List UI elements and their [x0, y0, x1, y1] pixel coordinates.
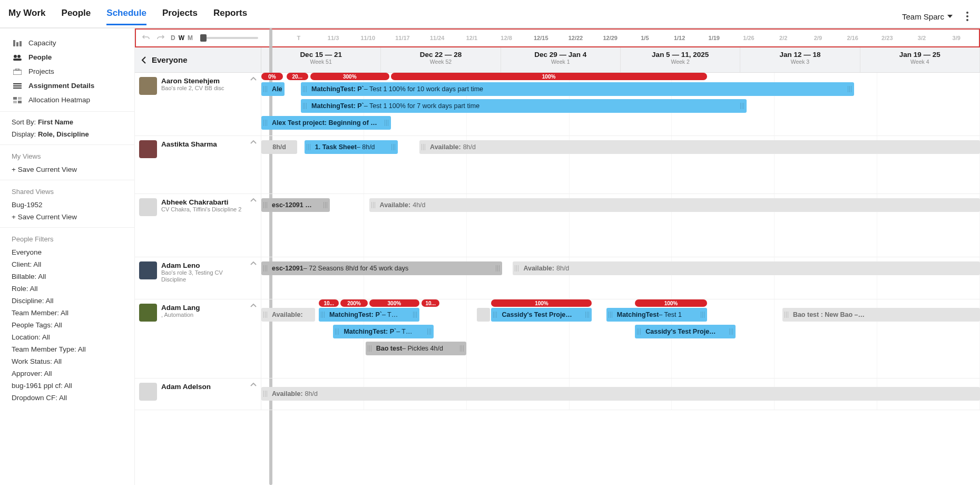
tab-projects[interactable]: Projects	[162, 8, 198, 25]
people-filter-item[interactable]: Team Member Type: All	[0, 343, 134, 355]
assignment-bar[interactable]: 8h/d	[261, 140, 297, 154]
save-current-view[interactable]: + Save Current View	[0, 163, 134, 176]
timeline-tick[interactable]: 12/15	[524, 35, 558, 41]
shared-view-item[interactable]: Bug-1952	[0, 199, 134, 211]
collapse-icon[interactable]	[250, 261, 257, 266]
drag-grip-icon[interactable]	[303, 86, 307, 92]
person-cell[interactable]: Adam Adelson	[135, 379, 261, 410]
drag-grip-icon[interactable]	[368, 345, 372, 352]
drag-grip-icon[interactable]	[263, 391, 268, 397]
zoom-d[interactable]: D	[171, 34, 175, 42]
team-selector[interactable]: Team Sparc	[902, 12, 953, 21]
availability-bar[interactable]: Available:	[261, 308, 315, 322]
drag-grip-icon[interactable]	[391, 144, 396, 150]
drag-grip-icon[interactable]	[385, 120, 389, 126]
assignment-bar[interactable]: MatchingTest – Test 1	[606, 308, 707, 322]
timeline-tick[interactable]: 3/9	[939, 35, 974, 41]
sidebar-view-people[interactable]: People	[0, 50, 134, 64]
timeline-tick[interactable]: 12/22	[558, 35, 593, 41]
tab-people[interactable]: People	[62, 8, 91, 25]
person-track[interactable]: esc-12091 – 72 Seasons 8h/d for 45 work …	[261, 257, 980, 299]
more-menu-icon[interactable]	[963, 8, 972, 24]
week-column-header[interactable]: Jan 19 — 25Week 4	[860, 47, 980, 72]
drag-grip-icon[interactable]	[413, 312, 417, 318]
drag-grip-icon[interactable]	[496, 265, 500, 271]
people-filter-item[interactable]: Client: All	[0, 258, 134, 270]
week-column-header[interactable]: Dec 29 — Jan 4Week 1	[501, 47, 621, 72]
collapse-icon[interactable]	[250, 304, 257, 308]
collapse-icon[interactable]	[250, 77, 257, 81]
collapse-icon[interactable]	[250, 198, 257, 202]
drag-grip-icon[interactable]	[460, 345, 464, 352]
assignment-bar[interactable]: Cassidy's Test Proje…	[635, 325, 736, 338]
timeline-tick[interactable]: 11/24	[420, 35, 455, 41]
drag-grip-icon[interactable]	[848, 86, 852, 92]
timeline-tick[interactable]: 11/3	[316, 35, 351, 41]
drag-grip-icon[interactable]	[785, 312, 789, 318]
drag-grip-icon[interactable]	[701, 312, 705, 318]
timeline-tick[interactable]: 2/16	[835, 35, 870, 41]
assignment-bar[interactable]	[477, 308, 490, 322]
display-line[interactable]: Display: Role, Discipline	[0, 128, 134, 140]
people-filter-item[interactable]: Discipline: All	[0, 295, 134, 307]
timeline-tick[interactable]: 1/26	[731, 35, 766, 41]
timeline-tick[interactable]: 2/23	[870, 35, 905, 41]
assignment-bar[interactable]: MatchingTest: P` – Test 1 100% for 7 wor…	[301, 99, 747, 113]
week-column-header[interactable]: Dec 15 — 21Week 51	[261, 47, 381, 72]
availability-bar[interactable]: Available:8h/d	[419, 140, 980, 154]
drag-grip-icon[interactable]	[263, 120, 268, 126]
zoom-slider[interactable]	[200, 37, 258, 39]
drag-grip-icon[interactable]	[263, 265, 268, 271]
people-filter-item[interactable]: Role: All	[0, 283, 134, 295]
zoom-slider-thumb[interactable]	[200, 34, 207, 42]
back-chevron-icon[interactable]	[141, 56, 146, 64]
drag-grip-icon[interactable]	[371, 202, 376, 208]
timeline-tick[interactable]: 2/2	[766, 35, 801, 41]
person-cell[interactable]: Aastikta Sharma	[135, 136, 261, 193]
timeline-mini-dates[interactable]: T11/311/1011/1711/2412/112/812/1512/2212…	[281, 35, 974, 41]
sidebar-view-assignment-details[interactable]: Assignment Details	[0, 79, 134, 93]
assignment-bar[interactable]: MatchingTest: P` – Test 1 100% for 10 wo…	[301, 82, 854, 96]
drag-grip-icon[interactable]	[335, 328, 339, 335]
assignment-bar[interactable]: esc-12091 – 72 Seasons 8h/d for 45 work …	[261, 261, 502, 275]
sort-by-line[interactable]: Sort By: First Name	[0, 116, 134, 128]
people-filter-item[interactable]: People Tags: All	[0, 319, 134, 331]
tab-schedule[interactable]: Schedule	[106, 8, 146, 25]
collapse-icon[interactable]	[250, 140, 257, 144]
person-track[interactable]: Available:8h/d	[261, 379, 980, 410]
timeline-tick[interactable]: 12/29	[593, 35, 628, 41]
people-filter-item[interactable]: Everyone	[0, 246, 134, 258]
sidebar-view-capacity[interactable]: Capacity	[0, 36, 134, 50]
person-cell[interactable]: Abheek Chakrabarti CV Chakra, Tiffini's …	[135, 194, 261, 257]
drag-grip-icon[interactable]	[303, 103, 307, 109]
person-track[interactable]: esc-12091 …Available:4h/d	[261, 194, 980, 257]
assignment-bar[interactable]: MatchingTest: P` – T…	[333, 325, 434, 338]
people-filter-item[interactable]: Dropdown CF: All	[0, 392, 134, 404]
timeline-tick[interactable]: 1/12	[662, 35, 697, 41]
assignment-bar[interactable]: Bao test – Pickles 4h/d	[366, 342, 466, 355]
drag-grip-icon[interactable]	[324, 202, 328, 208]
people-filter-item[interactable]: Team Member: All	[0, 307, 134, 319]
zoom-m[interactable]: M	[188, 34, 193, 42]
timeline-tick[interactable]: 12/8	[489, 35, 524, 41]
availability-bar[interactable]: Bao test : New Bao –…	[782, 308, 980, 322]
drag-grip-icon[interactable]	[729, 328, 733, 335]
people-filter-item[interactable]: Work Status: All	[0, 355, 134, 367]
person-cell[interactable]: Adam Lang , Automation	[135, 299, 261, 378]
drag-grip-icon[interactable]	[307, 144, 311, 150]
availability-bar[interactable]: Available:4h/d	[369, 198, 980, 212]
availability-bar[interactable]: Available:8h/d	[261, 387, 980, 401]
week-column-header[interactable]: Jan 5 — 11, 2025Week 2	[621, 47, 740, 72]
sidebar-view-projects[interactable]: Projects	[0, 64, 134, 79]
drag-grip-icon[interactable]	[321, 312, 325, 318]
redo-icon[interactable]	[156, 33, 165, 43]
timeline-tick[interactable]: 2/9	[801, 35, 836, 41]
assignment-bar[interactable]: 1. Task Sheet – 8h/d	[305, 140, 398, 154]
timeline-tick[interactable]: 1/19	[697, 35, 731, 41]
drag-grip-icon[interactable]	[263, 312, 268, 318]
timeline-tick[interactable]: T	[281, 35, 316, 41]
assignment-bar[interactable]: MatchingTest: P` – T…	[319, 308, 419, 322]
zoom-w[interactable]: W	[179, 34, 184, 42]
drag-grip-icon[interactable]	[263, 86, 268, 92]
assignment-bar[interactable]: Ale	[261, 82, 285, 96]
